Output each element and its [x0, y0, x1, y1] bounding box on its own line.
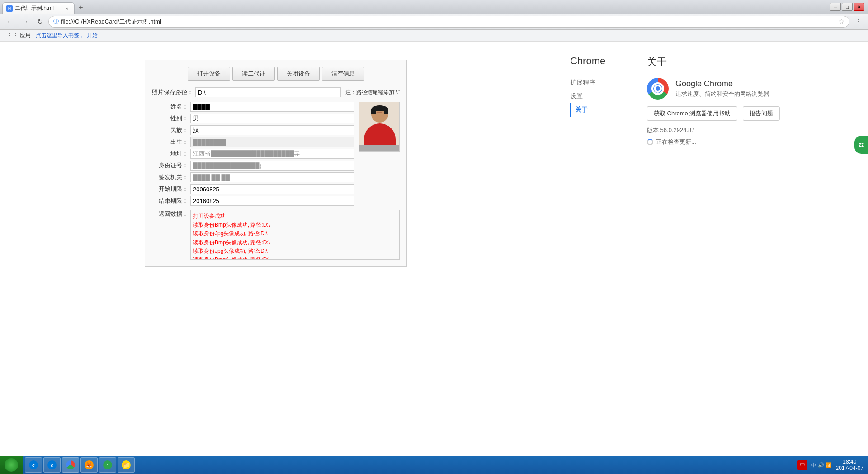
apps-bookmark[interactable]: ⋮⋮ 应用: [5, 31, 33, 40]
about-header: 关于: [647, 55, 783, 69]
taskbar-chrome[interactable]: [62, 457, 79, 473]
photo-path-input[interactable]: [195, 87, 341, 97]
report-btn[interactable]: 报告问题: [743, 106, 780, 121]
address-bar[interactable]: ⓘ file:///C:/HXReadCard/二代证示例.html ☆: [48, 16, 849, 28]
green-circle-label: zz: [859, 142, 864, 148]
open-device-btn[interactable]: 打开设备: [188, 67, 230, 81]
read-id-btn[interactable]: 读二代证: [232, 67, 275, 81]
birth-label: 出生：: [152, 138, 188, 146]
date: 2017-04-07: [836, 465, 863, 471]
minimize-btn[interactable]: ─: [830, 3, 841, 11]
start-date-label: 开始期限：: [152, 185, 188, 193]
browser2-icon: e: [103, 460, 112, 469]
version-info: 版本 56.0.2924.87: [647, 126, 783, 134]
address-label: 地址：: [152, 150, 188, 158]
new-tab-btn[interactable]: +: [75, 2, 87, 14]
secure-icon: ⓘ: [53, 18, 59, 25]
green-circle[interactable]: zz: [854, 136, 868, 154]
ie2-icon: e: [47, 460, 57, 469]
active-tab[interactable]: H 二代证示例.html ×: [2, 2, 75, 14]
folder-icon: 📁: [122, 460, 131, 469]
end-date-input[interactable]: [190, 196, 354, 206]
about-section: 关于 Google Chrome 追求速度、简约和安全的网络浏览器 获取 Chr…: [647, 55, 783, 146]
extensions-item[interactable]: 扩展程序: [570, 76, 606, 90]
form-fields: 姓名： 性别： 民族：: [152, 102, 354, 208]
photo-path-row: 照片保存路径： 注：路径结尾需添加"\": [152, 87, 400, 97]
taskbar-ie2[interactable]: e: [43, 457, 61, 473]
ethnicity-label: 民族：: [152, 126, 188, 134]
taskbar-folder[interactable]: 📁: [118, 457, 135, 473]
settings-panel: Chrome 扩展程序 设置 关于 关于 Google Chrome: [552, 42, 868, 456]
update-status-text: 正在检查更新...: [656, 138, 696, 146]
taskbar: e e 🦊 e 📁 中 中 🔊 📶 18:40 2017-04-07: [0, 456, 868, 474]
address-row: 地址：: [152, 149, 354, 159]
toolbar: ← → ↻ ⓘ file:///C:/HXReadCard/二代证示例.html…: [0, 14, 868, 30]
button-row: 打开设备 读二代证 关闭设备 清空信息: [152, 67, 400, 81]
bookmarks-bar: ⋮⋮ 应用 点击这里导入书签， 开始: [0, 30, 868, 42]
content-area: 打开设备 读二代证 关闭设备 清空信息 照片保存路径： 注：路径结尾需添加"\": [0, 42, 868, 456]
chrome-about-row: Google Chrome 追求速度、简约和安全的网络浏览器: [647, 78, 783, 100]
close-btn[interactable]: ✕: [854, 3, 864, 11]
systray-icons: 中 🔊 📶: [809, 461, 833, 469]
taskbar-right: 中 中 🔊 📶 18:40 2017-04-07: [793, 459, 868, 471]
address-text: file:///C:/HXReadCard/二代证示例.html: [61, 18, 836, 26]
issuer-row: 签发机关：: [152, 172, 354, 182]
ie-icon: e: [29, 460, 38, 469]
about-item[interactable]: 关于: [570, 103, 606, 117]
photo-path-label: 照片保存路径：: [152, 88, 193, 96]
menu-btn[interactable]: ⋮: [852, 15, 864, 28]
start-btn[interactable]: [0, 456, 23, 474]
address-input[interactable]: [190, 149, 354, 159]
gender-label: 性别：: [152, 114, 188, 123]
update-spinner: [647, 139, 653, 145]
id-input[interactable]: [190, 161, 354, 171]
update-status: 正在检查更新...: [647, 138, 783, 146]
time: 18:40: [836, 459, 863, 465]
id-card-form: 打开设备 读二代证 关闭设备 清空信息 照片保存路径： 注：路径结尾需添加"\": [145, 60, 407, 267]
back-btn[interactable]: ←: [4, 15, 16, 28]
name-input[interactable]: [190, 102, 354, 112]
forward-btn[interactable]: →: [19, 15, 31, 28]
toolbar-right: ⋮: [852, 15, 864, 28]
chrome-about-text: Google Chrome 追求速度、简约和安全的网络浏览器: [675, 79, 769, 98]
name-row: 姓名：: [152, 102, 354, 112]
start-date-input[interactable]: [190, 184, 354, 194]
taskbar-browser2[interactable]: e: [99, 457, 116, 473]
tab-favicon: H: [6, 5, 13, 12]
settings-item[interactable]: 设置: [570, 90, 606, 103]
import-bookmark[interactable]: 点击这里导入书签，: [36, 32, 85, 39]
taskbar-firefox[interactable]: 🦊: [80, 457, 98, 473]
tab-close-btn[interactable]: ×: [63, 5, 71, 12]
chrome-app-desc: 追求速度、简约和安全的网络浏览器: [675, 90, 769, 98]
chrome-app-name: Google Chrome: [675, 79, 769, 89]
start-icon: [5, 458, 18, 472]
maximize-btn[interactable]: □: [842, 3, 853, 11]
birth-input[interactable]: [190, 137, 354, 147]
end-date-row: 结束期限：: [152, 196, 354, 206]
window-controls: ─ □ ✕: [829, 1, 866, 12]
ethnicity-input[interactable]: [190, 125, 354, 135]
firefox-icon: 🦊: [85, 460, 94, 469]
tab-area: H 二代证示例.html × +: [2, 0, 829, 14]
settings-sidebar: Chrome 扩展程序 设置 关于: [570, 55, 606, 146]
birth-row: 出生：: [152, 137, 354, 147]
apps-label: 应用: [20, 32, 31, 39]
taskbar-ie[interactable]: e: [25, 457, 42, 473]
id-row: 身份证号：: [152, 161, 354, 171]
gender-input[interactable]: [190, 114, 354, 123]
chrome-logo: [647, 78, 669, 100]
help-btn[interactable]: 获取 Chrome 浏览器使用帮助: [647, 106, 737, 121]
close-device-btn[interactable]: 关闭设备: [277, 67, 320, 81]
issuer-input[interactable]: [190, 172, 354, 182]
ime-indicator[interactable]: 中: [797, 460, 807, 470]
title-bar: H 二代证示例.html × + ─ □ ✕: [0, 0, 868, 14]
id-label: 身份证号：: [152, 161, 188, 170]
ethnicity-row: 民族：: [152, 125, 354, 135]
log-textarea[interactable]: 打开设备成功读取身份Bmp头像成功, 路径:D:\读取身份Jpg头像成功, 路径…: [190, 210, 400, 260]
taskbar-items: e e 🦊 e 📁: [23, 457, 793, 473]
refresh-btn[interactable]: ↻: [33, 15, 46, 28]
start-bookmark[interactable]: 开始: [87, 32, 98, 39]
bookmark-icon[interactable]: ☆: [838, 17, 844, 26]
photo-row: 姓名： 性别： 民族：: [152, 102, 400, 208]
clear-info-btn[interactable]: 清空信息: [322, 67, 364, 81]
